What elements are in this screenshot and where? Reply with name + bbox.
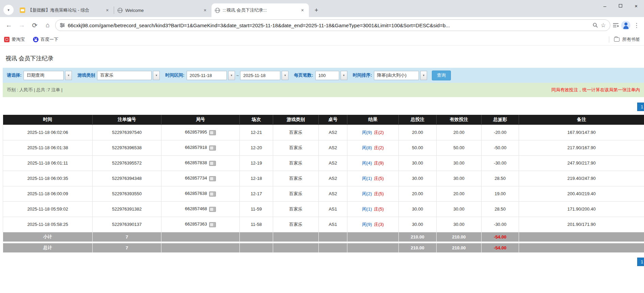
table-row: 2025-11-18 05:58:25 522976390137 6628573… [3,217,644,232]
range-separator: ~ [236,73,239,78]
url-text: 66cxkj98.com/game/betrecord_search/kind3… [68,22,590,28]
new-tab-button[interactable]: + [312,5,321,15]
total-valid-bet: 210.00 [437,243,482,252]
valid-bet-notice: 同局有效投注，统一计算在该局第一张注单内 [551,87,640,93]
chevron-down-icon[interactable]: ▾ [282,71,288,80]
round-id: 662857638 [185,191,207,196]
video-replay-icon[interactable] [209,191,216,197]
video-replay-icon[interactable] [209,176,216,181]
date-end-select[interactable]: 2025-11-18 ▾ [240,71,288,80]
back-button[interactable]: ← [3,20,14,31]
round-cell: 662857734 [161,171,240,186]
session: 12-19 [240,155,273,171]
table-row: 2025-11-18 06:01:38 522976396538 6628579… [3,140,644,155]
per-page-label: 每页笔数: [294,72,313,78]
pagination-bottom: 1 [0,258,644,266]
date-start-select[interactable]: 2025-11-18 ▾ [187,71,235,80]
total-total-bet: 210.00 [399,243,437,252]
video-replay-icon[interactable] [209,130,216,135]
total-bet-link[interactable]: 30.00 [399,155,437,171]
sort-select[interactable]: 降幂(由大到小) ▾ [374,71,427,80]
all-bookmarks-button[interactable]: 所有书签 [609,36,640,43]
zoom-icon[interactable] [593,22,598,28]
total-bet-link[interactable]: 50.00 [399,140,437,155]
search-button[interactable]: 查询 [432,71,451,80]
media-panel-icon[interactable] [612,22,619,28]
bookmark-star-icon[interactable]: ☆ [601,22,606,29]
total-bet-link[interactable]: 30.00 [399,171,437,186]
page-1-button[interactable]: 1 [637,258,644,266]
tab-search-button[interactable]: ▾ [3,5,14,15]
browser-menu-icon[interactable]: ⋮ [632,22,641,29]
table-number: AS2 [319,155,347,171]
video-replay-icon[interactable] [209,161,216,166]
col-total-bet: 总投注 [399,115,437,125]
per-page-select[interactable]: 100 ▾ [315,71,347,80]
total-bet-link[interactable]: 30.00 [399,201,437,217]
forum-favicon-icon [20,7,25,13]
result-banker: 庄(9) [374,160,384,166]
query-type-select[interactable]: 日期查询 ▾ [23,71,72,80]
bet-table-body: 2025-11-18 06:02:06 522976397540 6628579… [3,125,644,232]
tab-close-icon[interactable]: × [202,7,208,13]
chevron-down-icon[interactable]: ▾ [228,71,235,80]
subtotal-payout: -54.00 [482,232,519,242]
result-player: 闲(1) [362,176,372,181]
bet-id: 522976394348 [93,171,161,186]
round-cell: 662857838 [161,155,240,171]
result-banker: 庄(3) [374,222,384,227]
chevron-down-icon[interactable]: ▾ [153,71,160,80]
video-replay-icon[interactable] [209,207,216,212]
taobao-icon [4,37,10,42]
note: 217.90/167.90 [519,140,644,155]
chevron-down-icon[interactable]: ▾ [420,71,427,80]
close-button[interactable]: × [628,0,644,12]
payout: 28.50 [482,201,519,217]
bet-time: 2025-11-18 06:00:35 [3,171,93,186]
result-cell: 闲(2)庄(5) [347,186,399,201]
payout: -50.00 [482,140,519,155]
home-button[interactable]: ⌂ [42,20,53,31]
table-number: AS1 [319,217,347,232]
video-replay-icon[interactable] [209,145,216,151]
round-id: 662857363 [185,221,207,227]
page-1-button[interactable]: 1 [637,103,644,111]
forward-button[interactable]: → [16,20,27,31]
tab-forum[interactable]: 【新提醒】海燕策略论坛 - 综合 × [16,3,114,17]
bet-time: 2025-11-18 06:00:09 [3,186,93,201]
profile-avatar[interactable] [621,21,630,30]
bet-table: 时间 注单编号 局号 场次 游戏类别 桌号 结果 总投注 有效投注 总派彩 备注… [3,115,644,253]
baidu-icon [33,37,38,42]
note: 247.90/217.90 [519,155,644,171]
tab-welcome[interactable]: Welcome × [114,3,211,17]
tab-bet-records[interactable]: :::视讯 会员下注纪录::: × [211,3,309,17]
round-id: 662857838 [185,160,207,165]
session: 11-59 [240,201,273,217]
game-type-select[interactable]: 百家乐 ▾ [97,71,160,80]
game-type-label: 游戏类别 [77,72,95,78]
tab-close-icon[interactable]: × [299,7,305,13]
result-cell: 闲(1)庄(5) [347,201,399,217]
bookmark-baidu[interactable]: 百度一下 [33,36,58,43]
site-settings-icon[interactable] [60,22,65,28]
maximize-button[interactable] [613,0,628,12]
bookmark-taobao[interactable]: 爱淘宝 [4,36,25,43]
minimize-button[interactable]: – [597,0,613,12]
address-bar[interactable]: 66cxkj98.com/game/betrecord_search/kind3… [55,19,610,31]
refresh-button[interactable]: ⟳ [29,20,40,31]
tab-close-icon[interactable]: × [104,7,110,13]
game-type: 百家乐 [273,155,319,171]
total-label: 总计 [3,243,93,252]
bet-time: 2025-11-18 06:01:11 [3,155,93,171]
chevron-down-icon[interactable]: ▾ [65,71,72,80]
col-note: 备注 [519,115,644,125]
total-bet-link[interactable]: 30.00 [399,217,437,232]
chevron-down-icon[interactable]: ▾ [341,71,347,80]
window-controls: – × [597,0,644,12]
total-bet-link[interactable]: 20.00 [399,186,437,201]
globe-favicon-icon [117,8,123,13]
video-replay-icon[interactable] [209,222,216,227]
total-bet-link[interactable]: 20.00 [399,125,437,140]
folder-icon [614,37,619,42]
round-cell: 662857638 [161,186,240,201]
